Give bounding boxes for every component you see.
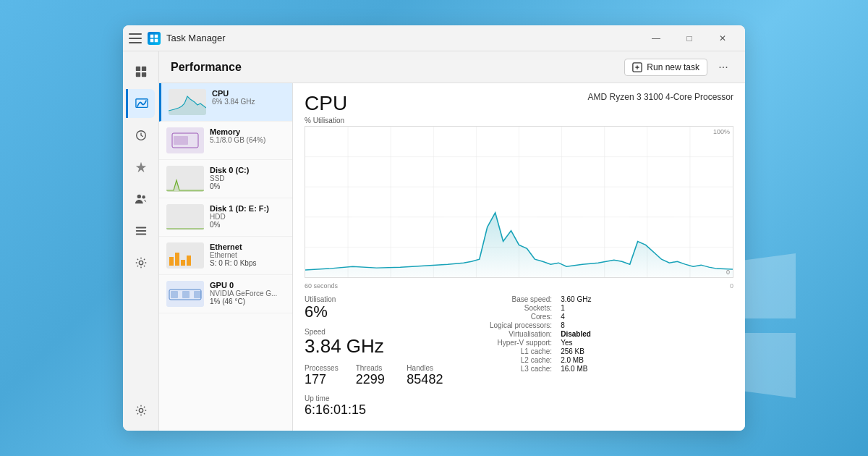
memory-thumbnail (166, 127, 204, 153)
disk1-type: HDD (210, 213, 285, 221)
speed-value: 3.84 GHz (305, 336, 449, 357)
sidebar-item-settings[interactable] (127, 396, 156, 425)
sidebar-item-services[interactable] (127, 248, 156, 277)
stats-row-1: Utilisation 6% Speed 3.84 GHz (305, 295, 733, 418)
cores-label: Cores: (490, 313, 555, 321)
run-task-label: Run new task (647, 62, 699, 72)
right-panel: Performance Run new task ··· (159, 51, 745, 431)
gpu-name: GPU 0 (210, 281, 285, 290)
minimize-button[interactable]: — (639, 25, 673, 51)
threads-label: Threads (356, 364, 399, 372)
device-item-cpu[interactable]: CPU 6% 3.84 GHz (159, 83, 292, 122)
cpu-name: CPU (212, 89, 285, 98)
chart-x-end: 0 (730, 282, 733, 290)
logical-label: Logical processors: (490, 321, 555, 329)
cpu-info-grid: Base speed: 3.60 GHz Sockets: 1 Cores: 4… (490, 295, 733, 418)
disk0-val: 0% (210, 182, 285, 190)
speed-group: Speed 3.84 GHz (305, 328, 449, 357)
gpu-val: 1% (46 °C) (210, 297, 285, 305)
svg-rect-12 (135, 227, 145, 229)
titlebar: Task Manager — □ ✕ (123, 25, 745, 51)
close-button[interactable]: ✕ (706, 25, 739, 51)
handles-value: 85482 (407, 372, 449, 387)
disk1-name: Disk 1 (D: E: F:) (210, 204, 285, 213)
l3-label: L3 cache: (490, 365, 555, 373)
maximize-button[interactable]: □ (673, 25, 706, 51)
l3-value: 16.0 MB (561, 365, 733, 373)
disk1-thumbnail (166, 204, 204, 230)
cpu-chart-svg (305, 127, 733, 277)
disk1-info: Disk 1 (D: E: F:) HDD 0% (210, 204, 285, 229)
chart-utilisation-label: % Utilisation (305, 117, 733, 124)
content-area: CPU 6% 3.84 GHz Memory (159, 83, 745, 431)
logical-value: 8 (561, 321, 733, 329)
cpu-sub: 6% 3.84 GHz (212, 98, 285, 106)
svg-rect-20 (174, 136, 188, 145)
svg-rect-0 (150, 34, 154, 38)
sidebar-item-users[interactable] (127, 185, 156, 214)
uptime-value: 6:16:01:15 (305, 402, 449, 418)
handles-group: Handles 85482 (407, 364, 449, 387)
disk0-type: SSD (210, 174, 285, 182)
run-new-task-button[interactable]: Run new task (624, 59, 707, 76)
sidebar-item-performance[interactable] (126, 89, 155, 118)
hyperv-label: Hyper-V support: (490, 339, 555, 347)
device-item-disk0[interactable]: Disk 0 (C:) SSD 0% (159, 160, 292, 198)
device-list: CPU 6% 3.84 GHz Memory (159, 83, 293, 431)
hyperv-value: Yes (561, 339, 733, 347)
svg-rect-23 (175, 253, 179, 266)
threads-group: Threads 2299 (356, 364, 399, 387)
chart-y-min: 0 (726, 269, 730, 276)
threads-value: 2299 (356, 372, 399, 387)
sidebar-item-startup[interactable] (127, 153, 156, 182)
l1-value: 256 KB (561, 347, 733, 355)
processes-label: Processes (305, 364, 347, 372)
sidebar-item-overview[interactable] (127, 57, 156, 86)
svg-point-15 (139, 261, 142, 264)
app-icon (148, 32, 161, 45)
disk1-val: 0% (210, 221, 285, 229)
device-item-gpu[interactable]: GPU 0 NVIDIA GeForce G... 1% (46 °C) (159, 275, 292, 313)
sockets-value: 1 (561, 304, 733, 312)
cpu-model: AMD Ryzen 3 3100 4-Core Processor (588, 92, 733, 102)
device-item-ethernet[interactable]: Ethernet Ethernet S: 0 R: 0 Kbps (159, 237, 292, 275)
more-options-button[interactable]: ··· (713, 57, 733, 77)
gpu-sub: NVIDIA GeForce G... (210, 290, 285, 297)
cpu-label: CPU (305, 92, 347, 115)
device-item-memory[interactable]: Memory 5.1/8.0 GB (64%) (159, 122, 292, 160)
svg-point-10 (137, 195, 140, 198)
processes-group: Processes 177 (305, 364, 347, 387)
cpu-chart: 100% 0 (305, 126, 733, 278)
utilisation-group: Utilisation 6% (305, 295, 449, 321)
l1-label: L1 cache: (490, 347, 555, 355)
cpu-info: CPU 6% 3.84 GHz (212, 89, 285, 106)
ethernet-info: Ethernet Ethernet S: 0 R: 0 Kbps (210, 242, 285, 267)
disk0-thumbnail (166, 166, 204, 192)
handles-label: Handles (407, 364, 449, 372)
sidebar-item-details[interactable] (127, 216, 156, 245)
disk0-name: Disk 0 (C:) (210, 166, 285, 174)
svg-rect-7 (141, 72, 145, 77)
svg-rect-28 (182, 291, 190, 298)
memory-sub: 5.1/8.0 GB (64%) (210, 136, 285, 144)
memory-info: Memory 5.1/8.0 GB (64%) (210, 127, 285, 144)
device-item-disk1[interactable]: Disk 1 (D: E: F:) HDD 0% (159, 198, 292, 237)
main-content: Performance Run new task ··· (123, 51, 745, 431)
ethernet-val: S: 0 R: 0 Kbps (210, 259, 285, 267)
chart-x-labels: 60 seconds 0 (305, 282, 733, 290)
svg-rect-5 (141, 67, 145, 71)
l2-label: L2 cache: (490, 356, 555, 364)
window-title: Task Manager (166, 33, 226, 43)
svg-rect-22 (169, 257, 174, 266)
sidebar-item-history[interactable] (127, 121, 156, 150)
ethernet-type: Ethernet (210, 251, 285, 259)
hamburger-icon[interactable] (129, 33, 142, 43)
disk0-info: Disk 0 (C:) SSD 0% (210, 166, 285, 190)
uptime-group: Up time 6:16:01:15 (305, 394, 449, 418)
gpu-info: GPU 0 NVIDIA GeForce G... 1% (46 °C) (210, 281, 285, 305)
performance-header: Performance Run new task ··· (159, 51, 745, 83)
svg-rect-27 (171, 291, 178, 298)
stats-panel: CPU AMD Ryzen 3 3100 4-Core Processor % … (293, 83, 745, 431)
svg-rect-3 (155, 38, 158, 42)
perf-actions: Run new task ··· (624, 57, 733, 77)
